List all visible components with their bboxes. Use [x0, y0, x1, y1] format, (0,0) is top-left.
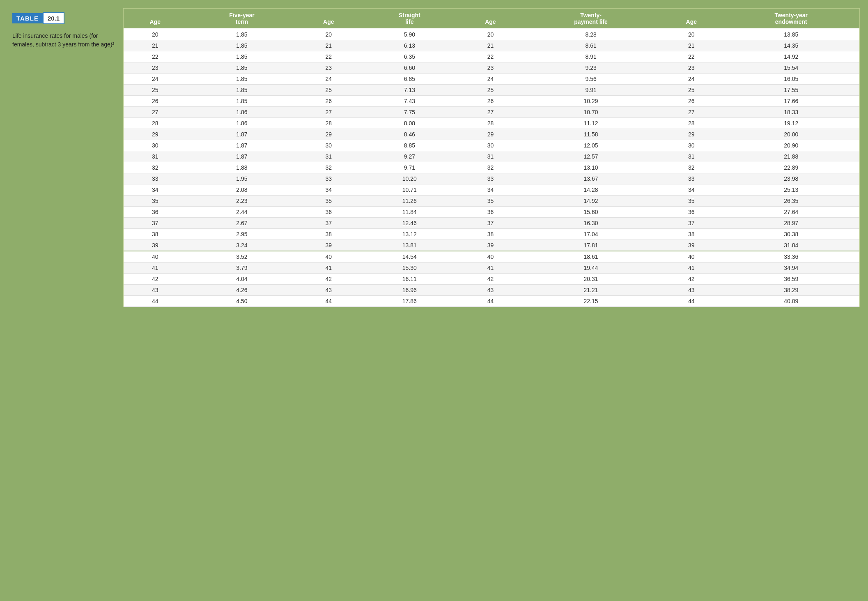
- table-cell: 9.23: [522, 62, 660, 74]
- table-cell: 11.58: [522, 129, 660, 140]
- table-cell: 38: [124, 229, 186, 240]
- table-cell: 24: [660, 74, 723, 85]
- table-cell: 8.85: [360, 140, 459, 151]
- table-cell: 2.23: [186, 196, 297, 207]
- table-cell: 43: [459, 285, 522, 296]
- table-cell: 35: [459, 196, 522, 207]
- table-cell: 7.13: [360, 85, 459, 96]
- table-cell: 22: [297, 51, 360, 62]
- table-row: 424.044216.114220.314236.59: [124, 274, 859, 285]
- table-cell: 14.92: [723, 51, 859, 62]
- table-cell: 27: [660, 107, 723, 118]
- table-cell: 15.54: [723, 62, 859, 74]
- table-cell: 28.97: [723, 218, 859, 229]
- table-cell: 1.85: [186, 74, 297, 85]
- table-cell: 28: [660, 118, 723, 129]
- table-container: Age Five-yearterm Age Straightlife Age T…: [123, 8, 860, 307]
- col-header-twentypay: Twenty-payment life: [522, 9, 660, 29]
- table-cell: 16.11: [360, 274, 459, 285]
- col-header-age3: Age: [459, 9, 522, 29]
- table-cell: 27.64: [723, 207, 859, 218]
- table-cell: 1.85: [186, 96, 297, 107]
- table-cell: 29: [297, 129, 360, 140]
- table-cell: 40: [459, 251, 522, 263]
- table-cell: 2.95: [186, 229, 297, 240]
- table-cell: 26: [297, 96, 360, 107]
- table-cell: 30: [459, 140, 522, 151]
- table-cell: 21: [459, 40, 522, 51]
- table-cell: 30: [660, 140, 723, 151]
- table-cell: 13.10: [522, 162, 660, 173]
- table-cell: 20.31: [522, 274, 660, 285]
- table-cell: 28: [297, 118, 360, 129]
- table-row: 434.264316.964321.214338.29: [124, 285, 859, 296]
- table-cell: 25: [297, 85, 360, 96]
- table-cell: 30.38: [723, 229, 859, 240]
- table-cell: 30: [297, 140, 360, 151]
- table-cell: 44: [297, 296, 360, 307]
- page-background: TABLE 20.1 Life insurance rates for male…: [0, 0, 868, 601]
- table-cell: 9.27: [360, 151, 459, 162]
- table-cell: 9.56: [522, 74, 660, 85]
- table-cell: 4.26: [186, 285, 297, 296]
- col-header-straight: Straightlife: [360, 9, 459, 29]
- table-cell: 20: [459, 29, 522, 40]
- table-row: 241.85246.85249.562416.05: [124, 74, 859, 85]
- table-row: 413.794115.304119.444134.94: [124, 263, 859, 274]
- table-cell: 34: [459, 184, 522, 196]
- table-row: 281.86288.082811.122819.12: [124, 118, 859, 129]
- table-cell: 42: [660, 274, 723, 285]
- table-cell: 22: [459, 51, 522, 62]
- table-cell: 13.12: [360, 229, 459, 240]
- table-cell: 20: [297, 29, 360, 40]
- table-cell: 40: [660, 251, 723, 263]
- table-cell: 42: [297, 274, 360, 285]
- table-cell: 31: [660, 151, 723, 162]
- table-cell: 3.79: [186, 263, 297, 274]
- table-row: 362.443611.843615.603627.64: [124, 207, 859, 218]
- table-cell: 27: [124, 107, 186, 118]
- table-cell: 8.61: [522, 40, 660, 51]
- table-cell: 21.88: [723, 151, 859, 162]
- table-cell: 8.28: [522, 29, 660, 40]
- table-cell: 1.85: [186, 40, 297, 51]
- table-cell: 17.81: [522, 240, 660, 251]
- table-cell: 1.85: [186, 29, 297, 40]
- table-row: 311.87319.273112.573121.88: [124, 151, 859, 162]
- table-cell: 32: [660, 162, 723, 173]
- table-cell: 1.95: [186, 173, 297, 184]
- col-header-age4: Age: [660, 9, 723, 29]
- table-row: 393.243913.813917.813931.84: [124, 240, 859, 251]
- table-cell: 29: [124, 129, 186, 140]
- table-cell: 41: [124, 263, 186, 274]
- table-cell: 28: [124, 118, 186, 129]
- table-cell: 23: [660, 62, 723, 74]
- table-cell: 1.86: [186, 118, 297, 129]
- table-cell: 10.29: [522, 96, 660, 107]
- table-row: 352.233511.263514.923526.35: [124, 196, 859, 207]
- table-cell: 32: [124, 162, 186, 173]
- table-row: 251.85257.13259.912517.55: [124, 85, 859, 96]
- table-header-row: Age Five-yearterm Age Straightlife Age T…: [124, 9, 859, 29]
- table-cell: 18.33: [723, 107, 859, 118]
- table-cell: 23: [297, 62, 360, 74]
- table-cell: 7.75: [360, 107, 459, 118]
- table-cell: 1.87: [186, 151, 297, 162]
- table-cell: 11.84: [360, 207, 459, 218]
- table-cell: 38: [297, 229, 360, 240]
- table-cell: 20: [660, 29, 723, 40]
- table-cell: 41: [459, 263, 522, 274]
- col-header-fiveyr: Five-yearterm: [186, 9, 297, 29]
- table-row: 291.87298.462911.582920.00: [124, 129, 859, 140]
- table-cell: 37: [660, 218, 723, 229]
- table-cell: 16.30: [522, 218, 660, 229]
- table-cell: 12.46: [360, 218, 459, 229]
- table-cell: 29: [660, 129, 723, 140]
- table-cell: 36: [297, 207, 360, 218]
- table-cell: 38.29: [723, 285, 859, 296]
- table-cell: 37: [297, 218, 360, 229]
- table-cell: 22.15: [522, 296, 660, 307]
- page-layout: TABLE 20.1 Life insurance rates for male…: [8, 8, 860, 307]
- table-cell: 21.21: [522, 285, 660, 296]
- table-cell: 33: [459, 173, 522, 184]
